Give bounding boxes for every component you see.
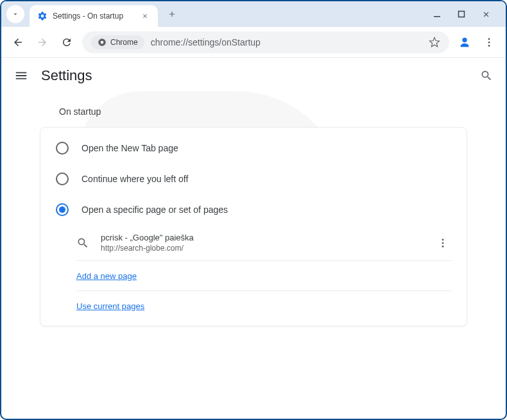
radio-specific-pages[interactable]: Open a specific page or set of pages bbox=[40, 194, 467, 225]
page-entry-url: http://search-globe.com/ bbox=[101, 244, 423, 253]
radio-continue[interactable]: Continue where you left off bbox=[40, 164, 467, 194]
chrome-chip-label: Chrome bbox=[110, 38, 138, 47]
back-button[interactable] bbox=[9, 33, 27, 51]
bookmark-star-icon[interactable] bbox=[429, 37, 440, 48]
hamburger-icon[interactable] bbox=[14, 69, 28, 83]
chrome-icon bbox=[98, 38, 107, 47]
settings-search-button[interactable] bbox=[480, 69, 493, 82]
svg-point-10 bbox=[442, 245, 444, 247]
new-tab-button[interactable] bbox=[163, 5, 181, 23]
minimize-button[interactable] bbox=[433, 10, 442, 19]
page-entry-menu-button[interactable] bbox=[434, 235, 451, 251]
close-icon[interactable] bbox=[140, 11, 150, 21]
close-window-button[interactable] bbox=[481, 10, 490, 19]
reload-button[interactable] bbox=[58, 33, 76, 51]
radio-icon bbox=[56, 172, 69, 185]
radio-label: Open the New Tab page bbox=[82, 143, 178, 153]
radio-icon bbox=[56, 203, 69, 216]
svg-point-9 bbox=[442, 242, 444, 244]
svg-point-6 bbox=[488, 41, 490, 43]
use-current-pages-link[interactable]: Use current pages bbox=[76, 301, 144, 311]
section-label: On startup bbox=[40, 106, 467, 117]
maximize-button[interactable] bbox=[457, 10, 466, 19]
browser-toolbar: Chrome chrome://settings/onStartup bbox=[1, 27, 506, 58]
page-entry-title: pcrisk - „Google" paieška bbox=[101, 233, 423, 242]
svg-point-5 bbox=[488, 38, 490, 40]
svg-point-7 bbox=[488, 44, 490, 46]
gear-icon bbox=[37, 11, 47, 21]
url-text: chrome://settings/onStartup bbox=[151, 37, 261, 47]
search-icon bbox=[76, 237, 89, 249]
radio-new-tab[interactable]: Open the New Tab page bbox=[40, 133, 467, 164]
svg-rect-1 bbox=[459, 12, 465, 17]
tab-bar: Settings - On startup bbox=[1, 1, 506, 27]
tab-search-dropdown[interactable] bbox=[6, 5, 24, 23]
svg-point-4 bbox=[462, 37, 467, 42]
address-bar[interactable]: Chrome chrome://settings/onStartup bbox=[82, 31, 449, 53]
profile-button[interactable] bbox=[456, 33, 474, 51]
browser-tab[interactable]: Settings - On startup bbox=[30, 5, 158, 27]
startup-page-entry: pcrisk - „Google" paieška http://search-… bbox=[40, 225, 467, 260]
browser-menu-button[interactable] bbox=[480, 33, 498, 51]
chrome-chip: Chrome bbox=[91, 35, 144, 49]
svg-point-3 bbox=[101, 40, 104, 44]
tab-title: Settings - On startup bbox=[53, 12, 135, 21]
page-title: Settings bbox=[41, 67, 92, 84]
radio-icon bbox=[56, 142, 69, 155]
forward-button[interactable] bbox=[33, 33, 51, 51]
svg-rect-0 bbox=[434, 16, 440, 17]
startup-card: Open the New Tab page Continue where you… bbox=[40, 127, 467, 326]
radio-label: Continue where you left off bbox=[82, 174, 188, 184]
svg-point-8 bbox=[442, 239, 444, 240]
settings-header: Settings bbox=[1, 58, 506, 94]
radio-label: Open a specific page or set of pages bbox=[82, 205, 228, 215]
add-page-link[interactable]: Add a new page bbox=[76, 271, 137, 281]
